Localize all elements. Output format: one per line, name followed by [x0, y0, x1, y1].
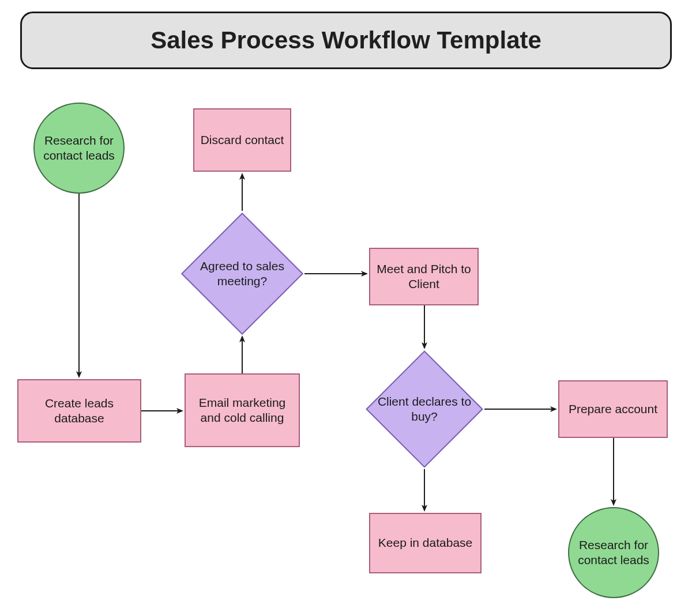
start-node: Research for contact leads: [33, 103, 125, 194]
prepare-account-node: Prepare account: [558, 380, 668, 438]
decision-agreed-meeting-label: Agreed to sales meeting?: [187, 219, 297, 328]
end-node: Research for contact leads: [568, 507, 659, 598]
discard-contact-label: Discard contact: [201, 133, 284, 148]
meet-pitch-label: Meet and Pitch to Client: [375, 262, 473, 292]
keep-db-node: Keep in database: [369, 513, 482, 573]
meet-pitch-node: Meet and Pitch to Client: [369, 248, 479, 305]
email-marketing-node: Email marketing and cold calling: [185, 373, 300, 447]
keep-db-label: Keep in database: [378, 535, 472, 550]
end-node-label: Research for contact leads: [574, 538, 653, 568]
create-db-label: Create leads database: [23, 396, 136, 426]
discard-contact-node: Discard contact: [193, 108, 291, 172]
title-box: Sales Process Workflow Template: [20, 12, 672, 69]
decision-client-buy: Client declares to buy?: [383, 368, 466, 451]
diagram-title: Sales Process Workflow Template: [151, 27, 541, 54]
email-marketing-label: Email marketing and cold calling: [190, 395, 294, 426]
decision-client-buy-label: Client declares to buy?: [371, 356, 477, 462]
start-node-label: Research for contact leads: [39, 133, 119, 164]
create-db-node: Create leads database: [17, 379, 141, 443]
prepare-account-label: Prepare account: [569, 402, 657, 417]
decision-agreed-meeting: Agreed to sales meeting?: [199, 230, 285, 317]
